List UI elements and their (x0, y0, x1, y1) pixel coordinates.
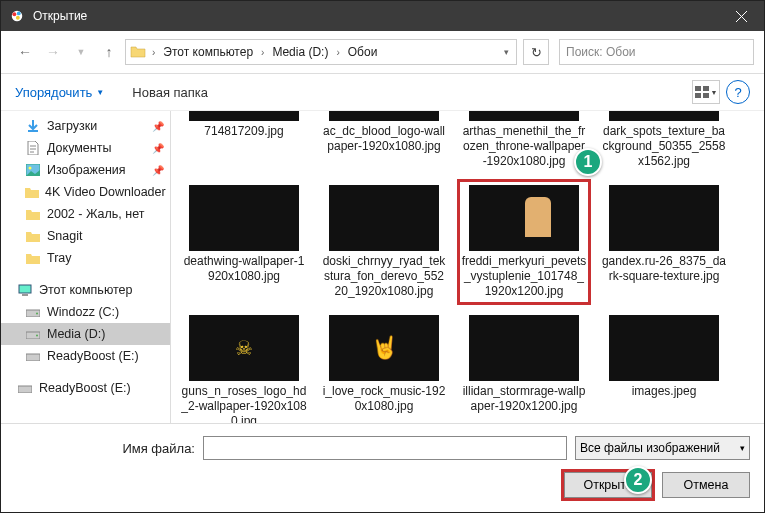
svg-point-0 (12, 11, 23, 22)
file-item[interactable]: images.jpeg (599, 311, 729, 423)
svg-point-2 (17, 11, 21, 15)
sidebar-item-readyboost2[interactable]: ReadyBoost (E:) (1, 377, 170, 399)
view-mode-button[interactable]: ▼ (692, 80, 720, 104)
svg-rect-10 (19, 285, 31, 293)
nav-forward[interactable]: → (41, 40, 65, 64)
path-dropdown[interactable]: ▾ (496, 47, 516, 57)
window-title: Открытие (33, 9, 87, 23)
folder-icon (25, 184, 39, 200)
organize-menu[interactable]: Упорядочить ▼ (15, 85, 104, 100)
chevron-down-icon: ▼ (96, 88, 104, 97)
new-folder-button[interactable]: Новая папка (132, 85, 208, 100)
drive-icon (25, 348, 41, 364)
annotation-2: 2 (624, 466, 652, 494)
chevron-right-icon: › (259, 47, 266, 58)
chevron-down-icon: ▾ (740, 443, 745, 453)
file-item[interactable]: 714817209.jpg (179, 111, 309, 173)
sidebar-item-windozz[interactable]: Windozz (C:) (1, 301, 170, 323)
svg-point-9 (29, 167, 32, 170)
drive-icon (25, 326, 41, 342)
app-icon (9, 8, 25, 24)
chevron-right-icon: › (150, 47, 157, 58)
chevron-right-icon: › (334, 47, 341, 58)
refresh-button[interactable]: ↻ (523, 39, 549, 65)
help-button[interactable]: ? (726, 80, 750, 104)
file-item[interactable]: deathwing-wallpaper-1920x1080.jpg (179, 181, 309, 303)
svg-rect-16 (26, 354, 40, 361)
svg-point-3 (16, 16, 20, 20)
file-item[interactable]: dark_spots_texture_background_50355_2558… (599, 111, 729, 173)
drive-icon (17, 380, 33, 396)
svg-rect-7 (703, 93, 709, 98)
sidebar-item-images[interactable]: Изображения📌 (1, 159, 170, 181)
close-button[interactable] (718, 1, 764, 31)
svg-rect-11 (22, 294, 28, 296)
drive-icon (25, 304, 41, 320)
search-placeholder: Поиск: Обои (566, 45, 636, 59)
sidebar-item-tray[interactable]: Tray (1, 247, 170, 269)
sidebar-item-snagit[interactable]: Snagit (1, 225, 170, 247)
pin-icon: 📌 (152, 165, 164, 176)
filename-input[interactable] (203, 436, 567, 460)
nav-up[interactable]: ↑ (97, 40, 121, 64)
sidebar-item-4k[interactable]: 4K Video Downloader (1, 181, 170, 203)
document-icon (25, 140, 41, 156)
folder-icon (126, 44, 150, 60)
sidebar-item-downloads[interactable]: Загрузки📌 (1, 115, 170, 137)
svg-rect-6 (695, 93, 701, 98)
svg-point-15 (36, 335, 38, 337)
download-icon (25, 118, 41, 134)
folder-icon (25, 228, 41, 244)
file-item[interactable]: illidan_stormrage-wallpaper-1920x1200.jp… (459, 311, 589, 423)
svg-rect-5 (703, 86, 709, 91)
breadcrumb-computer[interactable]: Этот компьютер (157, 40, 259, 64)
nav-back[interactable]: ← (13, 40, 37, 64)
search-input[interactable]: Поиск: Обои (559, 39, 754, 65)
file-item[interactable]: arthas_menethil_the_frozen_throne-wallpa… (459, 111, 589, 173)
file-item[interactable]: ac_dc_blood_logo-wallpaper-1920x1080.jpg (319, 111, 449, 173)
sidebar-item-2002[interactable]: 2002 - Жаль, нет (1, 203, 170, 225)
svg-rect-17 (18, 386, 32, 393)
computer-icon (17, 282, 33, 298)
svg-rect-4 (695, 86, 701, 91)
annotation-1: 1 (574, 148, 602, 176)
file-item[interactable]: 🤘i_love_rock_music-1920x1080.jpg (319, 311, 449, 423)
sidebar-item-readyboost1[interactable]: ReadyBoost (E:) (1, 345, 170, 367)
toolbar: Упорядочить ▼ Новая папка ▼ ? (1, 74, 764, 111)
file-open-dialog: Открытие ← → ▼ ↑ › Этот компьютер › Medi… (0, 0, 765, 513)
svg-point-13 (36, 313, 38, 315)
bottom-panel: Имя файла: Все файлы изображений ▾ Откры… (1, 423, 764, 512)
svg-point-1 (12, 12, 16, 16)
file-item-selected[interactable]: freddi_merkyuri_pevets_vystuplenie_10174… (459, 181, 589, 303)
sidebar-item-media[interactable]: Media (D:) (1, 323, 170, 345)
pin-icon: 📌 (152, 121, 164, 132)
images-icon (25, 162, 41, 178)
file-item[interactable]: ☠guns_n_roses_logo_hd_2-wallpaper-1920x1… (179, 311, 309, 423)
sidebar-item-documents[interactable]: Документы📌 (1, 137, 170, 159)
filetype-dropdown[interactable]: Все файлы изображений ▾ (575, 436, 750, 460)
nav-row: ← → ▼ ↑ › Этот компьютер › Media (D:) › … (1, 31, 764, 74)
filename-label: Имя файла: (15, 441, 195, 456)
dialog-body: Загрузки📌 Документы📌 Изображения📌 4K Vid… (1, 111, 764, 423)
sidebar-item-thispc[interactable]: Этот компьютер (1, 279, 170, 301)
titlebar: Открытие (1, 1, 764, 31)
folder-icon (25, 250, 41, 266)
sidebar: Загрузки📌 Документы📌 Изображения📌 4K Vid… (1, 111, 171, 423)
file-list[interactable]: 714817209.jpg ac_dc_blood_logo-wallpaper… (171, 111, 764, 423)
folder-icon (25, 206, 41, 222)
nav-recent[interactable]: ▼ (69, 40, 93, 64)
file-item[interactable]: gandex.ru-26_8375_dark-square-texture.jp… (599, 181, 729, 303)
cancel-button[interactable]: Отмена (662, 472, 750, 498)
chevron-down-icon: ▼ (711, 89, 718, 96)
breadcrumb-drive[interactable]: Media (D:) (266, 40, 334, 64)
breadcrumb-folder[interactable]: Обои (342, 40, 384, 64)
file-item[interactable]: doski_chrnyy_ryad_tekstura_fon_derevo_55… (319, 181, 449, 303)
breadcrumb[interactable]: › Этот компьютер › Media (D:) › Обои ▾ (125, 39, 517, 65)
pin-icon: 📌 (152, 143, 164, 154)
